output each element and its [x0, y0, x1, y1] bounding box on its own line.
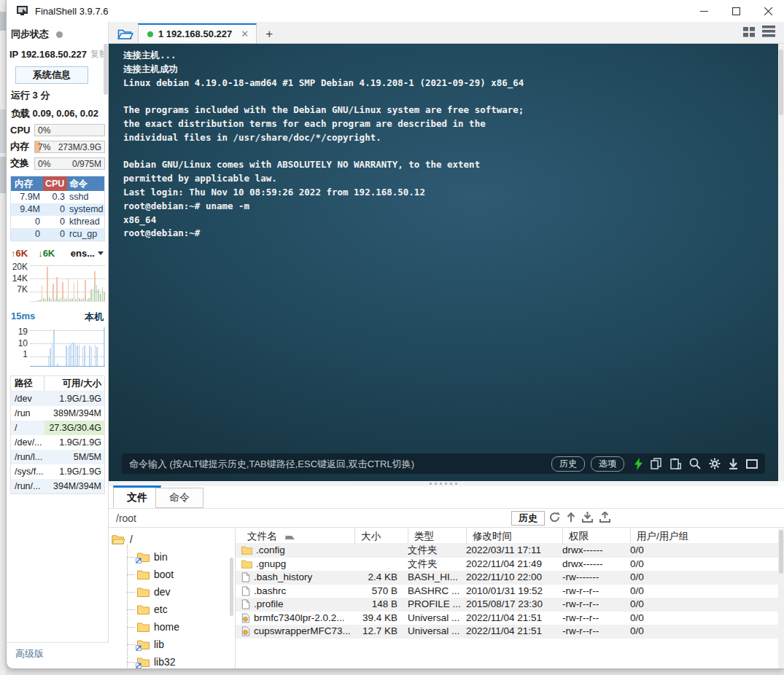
terminal-scrollbar[interactable]	[778, 44, 784, 481]
layout-grid-icon[interactable]	[743, 27, 755, 37]
tree-root[interactable]: /	[112, 531, 235, 548]
menu-icon[interactable]	[762, 26, 775, 39]
file-icon	[241, 572, 250, 582]
panel-splitter-handle[interactable]	[109, 481, 778, 486]
disk-table-header[interactable]: 路径 可用/大小	[11, 376, 104, 391]
session-tab[interactable]: 1 192.168.50.227 ✕	[138, 23, 257, 43]
terminal-area[interactable]: 连接主机... 连接主机成功 Linux debian 4.19.0-18-am…	[109, 44, 778, 481]
interface-dropdown[interactable]: ens...	[71, 248, 104, 259]
path-history-button[interactable]: 历史	[511, 511, 545, 526]
file-icon	[241, 599, 250, 609]
tree-item-bin[interactable]: bin	[127, 548, 235, 566]
window-mode-icon[interactable]	[746, 459, 758, 469]
file-table-scrollbar[interactable]	[778, 528, 784, 668]
chevron-down-icon	[98, 251, 104, 258]
tab-commands[interactable]: 命令	[155, 488, 203, 508]
options-button[interactable]: 选项	[591, 456, 624, 472]
interface-label: ens...	[71, 248, 95, 259]
file-row[interactable]: .bashrc 570 B BASHRC ... 2010/01/31 19:5…	[236, 585, 784, 598]
file-row[interactable]: .bash_history 2.4 KB BASH_HI... 2022/11/…	[236, 571, 784, 585]
file-row[interactable]: brmfc7340lpr-2.0.2... 39.4 KB Universal …	[236, 612, 784, 625]
current-path[interactable]: /root	[116, 512, 136, 524]
copy-icon[interactable]	[651, 458, 662, 469]
settings-gear-icon[interactable]	[709, 458, 721, 469]
title-bar: FinalShell 3.9.7.6	[7, 0, 784, 22]
terminal-line	[123, 90, 778, 104]
tree-item-boot[interactable]: boot	[127, 566, 235, 583]
process-row[interactable]: 0 0 rcu_gp	[11, 228, 104, 241]
col-type[interactable]: 类型	[408, 528, 466, 543]
terminal-line: the exact distribution terms for each pr…	[123, 118, 778, 132]
col-permissions[interactable]: 权限	[562, 528, 630, 543]
history-button[interactable]: 历史	[551, 456, 585, 472]
ping-chart: 19 10 1	[9, 326, 105, 367]
process-col-cpu[interactable]: CPU	[43, 176, 67, 191]
folder-icon	[241, 546, 252, 555]
ping-target-label[interactable]: 本机	[85, 311, 104, 324]
tab-close-icon[interactable]: ✕	[241, 28, 249, 39]
file-row[interactable]: cupswrapperMFC73... 12.7 KB Universal ..…	[236, 625, 784, 639]
close-button[interactable]	[752, 0, 784, 22]
net-tick-14k: 14K	[9, 273, 28, 284]
tree-item-lib[interactable]: lib	[127, 636, 235, 653]
disk-row[interactable]: /run 389M/394M	[11, 406, 104, 421]
tree-item-dev[interactable]: dev	[127, 583, 235, 601]
disk-row[interactable]: /sys/f... 1.9G/1.9G	[11, 464, 104, 479]
file-row[interactable]: .profile 148 B PROFILE ... 2015/08/17 23…	[236, 598, 784, 612]
command-input[interactable]	[129, 459, 546, 469]
process-col-command[interactable]: 命令	[67, 176, 104, 191]
upload-file-icon[interactable]	[599, 512, 610, 523]
disk-row[interactable]: / 27.3G/30.4G	[11, 421, 104, 435]
process-col-memory[interactable]: 内存	[11, 176, 43, 191]
connection-manager-folder-icon[interactable]	[117, 28, 133, 40]
download-arrow-icon[interactable]	[729, 459, 738, 469]
process-table-header[interactable]: 内存 CPU 命令	[11, 176, 104, 191]
file-row[interactable]: .config 文件夹 2022/03/11 17:11 drwx------ …	[236, 544, 784, 558]
status-sidebar: 同步状态 IP 192.168.50.227 复制 系统信息 运行 3 分 负载…	[7, 22, 109, 643]
disk-row[interactable]: /dev/... 1.9G/1.9G	[11, 435, 104, 450]
ping-tick-1: 1	[9, 349, 28, 359]
process-row[interactable]: 9.4M 0 systemd	[11, 203, 104, 216]
cpu-gauge-label: CPU	[10, 125, 34, 136]
load-average-label: 负载 0.09, 0.06, 0.02	[11, 107, 108, 120]
col-mtime[interactable]: 修改时间	[466, 528, 562, 543]
process-row[interactable]: 0 0 kthread	[11, 216, 104, 228]
tree-item-home[interactable]: home	[127, 618, 235, 636]
minimize-button[interactable]	[688, 0, 720, 22]
sidebar-scrollbar[interactable]	[104, 44, 108, 95]
tree-item-lib32[interactable]: lib32	[127, 653, 235, 668]
download-file-icon[interactable]	[582, 512, 593, 523]
tree-item-etc[interactable]: etc	[127, 601, 235, 618]
disk-col-size[interactable]: 可用/大小	[44, 376, 104, 391]
disk-col-path[interactable]: 路径	[11, 376, 44, 391]
file-panel-tabs: 文件 命令	[109, 486, 784, 509]
disk-row[interactable]: /run/l... 5M/5M	[11, 450, 104, 464]
paste-icon[interactable]	[670, 458, 681, 469]
memory-gauge-percent: 7%	[38, 142, 50, 152]
process-row[interactable]: 7.9M 0.3 sshd	[11, 191, 104, 203]
quick-command-bolt-icon[interactable]	[634, 458, 643, 470]
col-owner[interactable]: 用户/用户组	[630, 528, 784, 543]
disk-row[interactable]: /dev 1.9G/1.9G	[11, 391, 104, 406]
disk-row[interactable]: /run/... 394M/394M	[11, 479, 104, 493]
terminal-line: 连接主机成功	[123, 63, 778, 77]
parent-directory-icon[interactable]	[567, 512, 575, 523]
terminal-line: x86_64	[123, 214, 778, 228]
symlink-badge-icon	[136, 645, 141, 651]
refresh-icon[interactable]	[549, 512, 560, 523]
main-area: 1 192.168.50.227 ✕ + 连接主机... 连接主机成功 Linu…	[109, 22, 784, 668]
session-tab-label: 1 192.168.50.227	[158, 28, 232, 39]
file-row[interactable]: .gnupg 文件夹 2022/11/04 21:49 drwx------ 0…	[236, 558, 784, 571]
terminal-line: 连接主机...	[123, 50, 778, 63]
network-traffic-header: ↑6K ↓6K ens...	[11, 248, 104, 259]
tab-files[interactable]: 文件	[113, 485, 161, 508]
search-icon[interactable]	[689, 458, 701, 469]
col-size[interactable]: 大小	[354, 528, 408, 543]
folder-icon	[137, 588, 150, 597]
command-input-bar: 历史 选项	[122, 453, 765, 474]
tree-scrollbar[interactable]	[230, 558, 233, 616]
system-info-button[interactable]: 系统信息	[15, 66, 88, 84]
maximize-button[interactable]	[720, 0, 752, 22]
new-tab-button[interactable]: +	[265, 29, 273, 39]
col-filename[interactable]: 文件名	[236, 528, 354, 543]
